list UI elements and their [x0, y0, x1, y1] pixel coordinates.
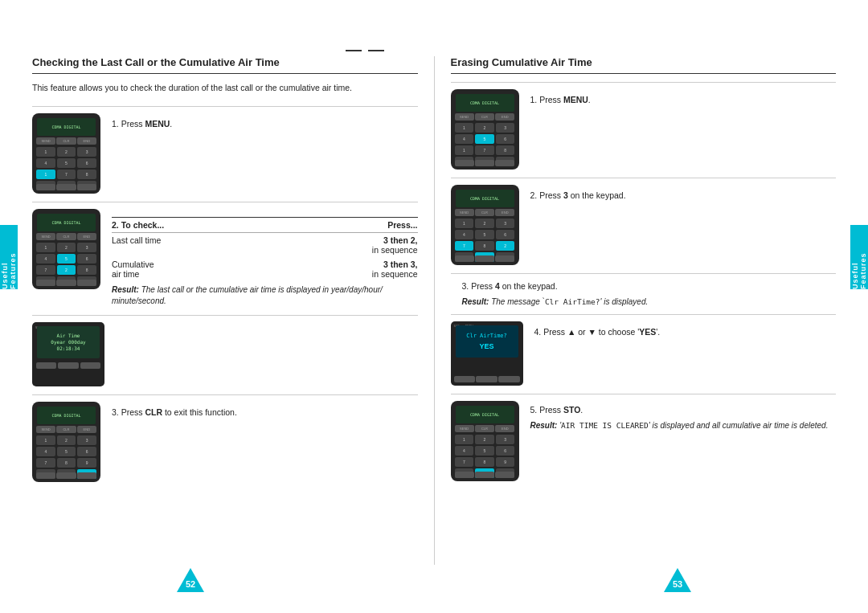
- top-line-2: [368, 50, 384, 51]
- r-result2-text2: ' is displayed.: [600, 297, 649, 306]
- end-btn-2: END: [77, 233, 96, 240]
- step1-text: 1. Press MENU.: [112, 113, 418, 131]
- r-step3-row: 3. Press 4 on the keypad. Result: The me…: [451, 280, 837, 308]
- send-btn-1: SEND: [36, 137, 55, 145]
- left-section-title: Checking the Last Call or the Cumulative…: [32, 56, 418, 74]
- key-3: 3: [77, 147, 96, 157]
- r-step4-nav: ▲ or ▼: [567, 327, 596, 337]
- key-5: 5: [57, 158, 76, 168]
- send-btn-2: SEND: [36, 233, 55, 240]
- end-btn-1: END: [77, 137, 96, 145]
- r-step4-pre: 4. Press: [534, 327, 567, 337]
- divider-3: [32, 315, 418, 316]
- pd-bottom-3: [36, 472, 96, 479]
- left-section-intro: This feature allows you to check the dur…: [32, 82, 418, 95]
- k3-8: 8: [57, 458, 76, 468]
- key-6: 6: [77, 158, 96, 168]
- check-row-2: Cumulative air time 3 then 3, in sequenc…: [112, 257, 418, 281]
- check-row1-val: 3 then 2, in sequence: [372, 235, 418, 255]
- check-row2-val: 3 then 3, in sequence: [372, 260, 418, 279]
- r-divider-4: [451, 314, 837, 315]
- r-pd-bottom-1: [455, 160, 515, 166]
- clr-screen-yes: YES: [479, 342, 493, 350]
- r-step4-text: 4. Press ▲ or ▼ to choose 'YES'.: [534, 321, 837, 339]
- menu-btn-2: [36, 280, 55, 286]
- airtime-key-1: [36, 362, 56, 369]
- rcl-btn-2: [77, 280, 96, 286]
- key-2: 2: [57, 147, 76, 157]
- r-divider-1: [451, 82, 837, 89]
- r-phone-draw-1: CDMA DIGITAL SEND CLR END 1 2 3 4 5 6: [451, 89, 519, 170]
- r-phone-draw-5: CDMA DIGITAL SEND CLR END 1 2 3 4 5 6: [451, 401, 519, 481]
- rcl-btn-3: [77, 472, 96, 479]
- check-row1-suffix: in sequence: [372, 245, 418, 255]
- r-step5-pre: 5. Press: [530, 405, 563, 415]
- r-result3-text: is displayed and all cumulative air time…: [652, 421, 828, 430]
- r-divider-2: [451, 178, 837, 178]
- airtime-line3: 02:18:34: [57, 345, 80, 351]
- check-header-col2: Press...: [387, 220, 417, 230]
- check-table: 2. To check... Press... Last call time 3…: [112, 217, 418, 281]
- right-section-title: Erasing Cumulative Air Time: [451, 56, 837, 74]
- right-section: Erasing Cumulative Air Time CDMA DIGITAL…: [435, 56, 845, 565]
- r-step4-end: '.: [656, 327, 660, 337]
- r-step3-pre: 3. Press: [462, 281, 495, 291]
- key-4: 4: [36, 158, 55, 168]
- r-pd-screen-1: CDMA DIGITAL: [456, 94, 514, 112]
- top-line-1: [346, 50, 362, 51]
- step1-row: CDMA DIGITAL SEND CLR END 1 2 3 4 5 6: [32, 113, 418, 194]
- divider-2: [32, 202, 418, 202]
- airtime-step-text: [116, 322, 418, 327]
- phone-image-3: CDMA DIGITAL SEND CLR END 1 2 3 4 5 6: [32, 402, 100, 482]
- step3-row: CDMA DIGITAL SEND CLR END 1 2 3 4 5 6: [32, 402, 418, 482]
- r-step1-bold: MENU: [563, 95, 588, 104]
- pwr-btn-2: [56, 280, 76, 286]
- end-btn-3: END: [77, 426, 96, 433]
- check-row2-value: 3 then 3,: [383, 260, 418, 269]
- r-step1-row: CDMA DIGITAL SEND CLR END 1 2 3 4 5 6: [451, 89, 837, 170]
- k2-7: 7: [36, 265, 55, 275]
- pwr-btn-3: [56, 472, 76, 479]
- clr-screen-line1: Clr AirTime?: [466, 333, 507, 341]
- step1-divider: [32, 106, 418, 113]
- r-pd-bottom-5: [455, 472, 515, 478]
- airtime-line2: 0year 000day: [51, 339, 85, 345]
- r-step3-content: 3. Press 4 on the keypad. Result: The me…: [462, 280, 837, 308]
- sidebar-label-left: Useful Features: [1, 225, 17, 289]
- r-step4-row: SVC MENU Clr AirTime? YES 4. Press ▲ or …: [451, 321, 837, 386]
- pd-screen-3-text: CDMA DIGITAL: [51, 413, 80, 418]
- send-btn-3: SEND: [36, 426, 55, 433]
- r-pd-top-1: SEND CLR END: [455, 113, 515, 121]
- r-divider-3: [451, 273, 837, 274]
- r-result2-code: Clr AirTime?: [545, 297, 600, 306]
- step3-text: 3. Press CLR to exit this function.: [112, 402, 418, 419]
- r-result3-prefix: Result:: [530, 421, 560, 430]
- clr-btn-2: CLR: [56, 233, 76, 240]
- k3-4: 4: [36, 447, 55, 456]
- check-row2-label: Cumulative: [112, 260, 154, 269]
- airtime-keypad: [36, 362, 100, 369]
- pd-top-row-3: SEND CLR END: [36, 426, 96, 433]
- k3-2: 2: [57, 435, 76, 445]
- key-8b: 8: [77, 170, 96, 179]
- check-row-1: Last call time 3 then 2, in sequence: [112, 233, 418, 257]
- r-pd-bottom-2: [455, 255, 515, 262]
- r-pd-top-5: SEND CLR END: [455, 425, 515, 432]
- phone-draw-1: CDMA DIGITAL SEND CLR END 1 2 3 4 5 6: [32, 113, 100, 194]
- page-num-left-container: 52: [177, 568, 204, 592]
- phone-draw-3: CDMA DIGITAL SEND CLR END 1 2 3 4 5 6: [32, 402, 100, 482]
- step3-bold: CLR: [145, 407, 162, 417]
- pd-screen-1-text: CDMA DIGITAL: [51, 125, 80, 129]
- check-row1-value: 3 then 2,: [383, 235, 418, 245]
- r-phone-2: CDMA DIGITAL SEND CLR END 1 2 3 4 5 6: [451, 185, 519, 265]
- k2-4: 4: [36, 254, 55, 264]
- menu-btn: [36, 184, 55, 190]
- sidebar-label-right: Useful Features: [851, 225, 867, 289]
- r-step5-end: .: [580, 405, 583, 415]
- r-screen-1-text: CDMA DIGITAL: [470, 100, 499, 105]
- left-section: Checking the Last Call or the Cumulative…: [24, 56, 435, 565]
- check-row1-label: Last call time: [112, 235, 161, 255]
- k2-1: 1: [36, 243, 55, 252]
- step2-content: 2. To check... Press... Last call time 3…: [112, 209, 418, 307]
- page-num-right-container: 53: [664, 568, 691, 592]
